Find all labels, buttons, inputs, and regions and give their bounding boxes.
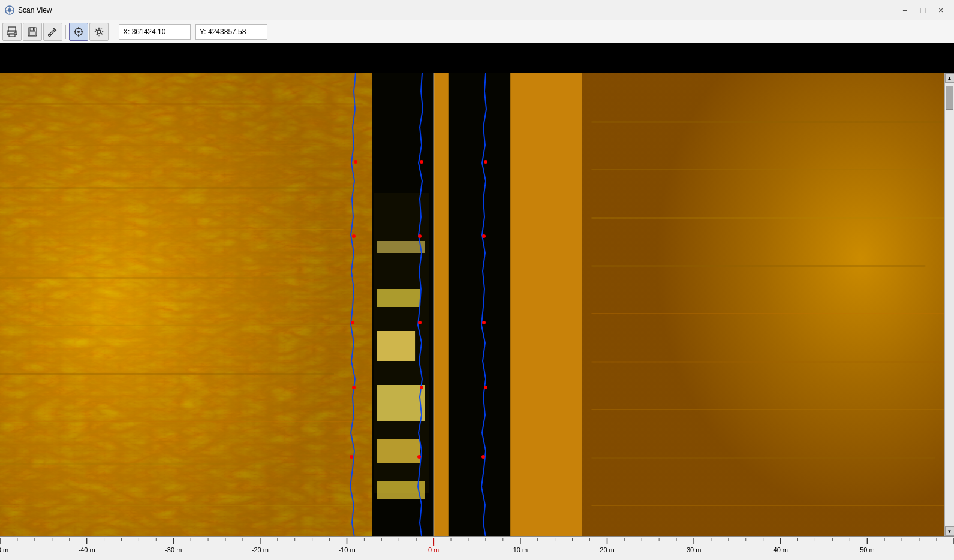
scale-svg: -50 m -40 m -30 m -20 m -10 m 0 m 10 m 2… [0, 538, 954, 560]
svg-text:-30 m: -30 m [165, 546, 182, 553]
svg-text:20 m: 20 m [600, 546, 614, 553]
svg-rect-54 [0, 229, 344, 230]
save-icon [27, 26, 38, 37]
title-bar: Scan View − □ × [0, 0, 954, 20]
svg-text:-10 m: -10 m [338, 546, 355, 553]
svg-point-41 [420, 160, 423, 164]
x-coordinate: X: 361424.10 [119, 24, 191, 40]
settings-button[interactable] [89, 23, 109, 41]
toolbar: X: 361424.10 Y: 4243857.58 [0, 20, 954, 43]
info-banner [0, 43, 954, 73]
svg-point-7 [14, 32, 16, 33]
svg-point-39 [352, 386, 356, 389]
svg-text:0 m: 0 m [428, 546, 439, 553]
svg-text:10 m: 10 m [513, 546, 528, 553]
svg-point-48 [482, 321, 486, 324]
title-bar-controls: − □ × [896, 2, 949, 19]
select-tool-button[interactable] [69, 23, 88, 41]
minimize-button[interactable]: − [896, 2, 913, 19]
scroll-down-button[interactable]: ▼ [945, 526, 955, 536]
svg-rect-34 [377, 439, 420, 463]
svg-rect-25 [0, 73, 372, 536]
svg-rect-67 [591, 409, 954, 410]
svg-point-50 [481, 455, 485, 459]
svg-rect-69 [591, 505, 954, 506]
scroll-up-button[interactable]: ▲ [945, 73, 955, 83]
svg-rect-61 [591, 121, 954, 123]
maximize-button[interactable]: □ [914, 2, 931, 19]
svg-point-49 [484, 386, 487, 389]
svg-rect-9 [30, 28, 35, 31]
eyedropper-icon [47, 26, 58, 37]
svg-rect-27 [449, 73, 510, 536]
svg-rect-68 [591, 457, 935, 459]
scan-container: -50 m -40 m -30 m -20 m -10 m 0 m 10 m 2… [0, 73, 954, 560]
app-icon [5, 5, 14, 15]
eyedropper-button[interactable] [43, 23, 62, 41]
title-bar-left: Scan View [5, 5, 52, 15]
scan-canvas[interactable] [0, 73, 954, 536]
print-button[interactable] [2, 23, 22, 41]
svg-point-42 [418, 234, 422, 238]
scroll-thumb[interactable] [946, 86, 953, 110]
svg-point-20 [97, 30, 101, 34]
scale-ruler: -50 m -40 m -30 m -20 m -10 m 0 m 10 m 2… [0, 538, 954, 560]
svg-point-15 [77, 31, 80, 33]
scale-bar: -50 m -40 m -30 m -20 m -10 m 0 m 10 m 2… [0, 536, 954, 560]
print-icon [7, 26, 17, 37]
svg-rect-24 [582, 73, 954, 536]
svg-text:30 m: 30 m [687, 546, 701, 553]
separator-2 [112, 25, 112, 39]
svg-point-13 [49, 34, 51, 36]
svg-point-44 [420, 386, 423, 389]
svg-point-45 [417, 455, 421, 459]
svg-rect-58 [0, 421, 363, 422]
svg-rect-65 [591, 313, 954, 314]
svg-rect-62 [591, 169, 935, 170]
svg-text:-40 m: -40 m [79, 546, 95, 553]
close-button[interactable]: × [932, 2, 949, 19]
svg-point-46 [484, 160, 487, 164]
svg-rect-57 [0, 373, 334, 375]
svg-point-43 [418, 321, 422, 324]
svg-point-36 [354, 160, 357, 164]
svg-rect-55 [0, 277, 353, 279]
select-tool-icon [73, 26, 84, 37]
svg-rect-31 [377, 289, 420, 307]
svg-point-40 [350, 455, 353, 459]
svg-rect-35 [377, 481, 425, 499]
y-coordinate: Y: 4243857.58 [195, 24, 267, 40]
svg-rect-60 [0, 505, 353, 506]
svg-rect-53 [0, 187, 363, 189]
svg-text:40 m: 40 m [774, 546, 788, 553]
svg-rect-33 [377, 385, 425, 421]
svg-text:50 m: 50 m [860, 546, 874, 553]
svg-text:-50 m: -50 m [0, 546, 8, 553]
separator-1 [65, 25, 66, 39]
svg-rect-51 [0, 103, 363, 105]
svg-rect-59 [0, 463, 344, 465]
svg-point-38 [351, 321, 354, 324]
svg-rect-56 [0, 325, 363, 326]
sonar-background [0, 73, 954, 536]
window-title: Scan View [18, 6, 52, 14]
svg-rect-28 [433, 73, 434, 536]
svg-rect-63 [591, 217, 954, 219]
svg-rect-64 [591, 265, 925, 267]
svg-rect-52 [0, 145, 334, 146]
svg-rect-11 [33, 28, 34, 30]
svg-point-37 [352, 234, 356, 238]
svg-rect-32 [377, 331, 415, 361]
vertical-scrollbar[interactable]: ▲ ▼ [944, 73, 954, 536]
svg-rect-66 [591, 361, 944, 363]
svg-rect-30 [377, 241, 425, 253]
svg-point-47 [482, 234, 486, 238]
svg-rect-10 [29, 32, 35, 35]
sonar-display [0, 73, 954, 536]
settings-icon [94, 26, 104, 37]
save-button[interactable] [23, 23, 42, 41]
svg-text:-20 m: -20 m [252, 546, 269, 553]
svg-rect-4 [8, 27, 16, 32]
